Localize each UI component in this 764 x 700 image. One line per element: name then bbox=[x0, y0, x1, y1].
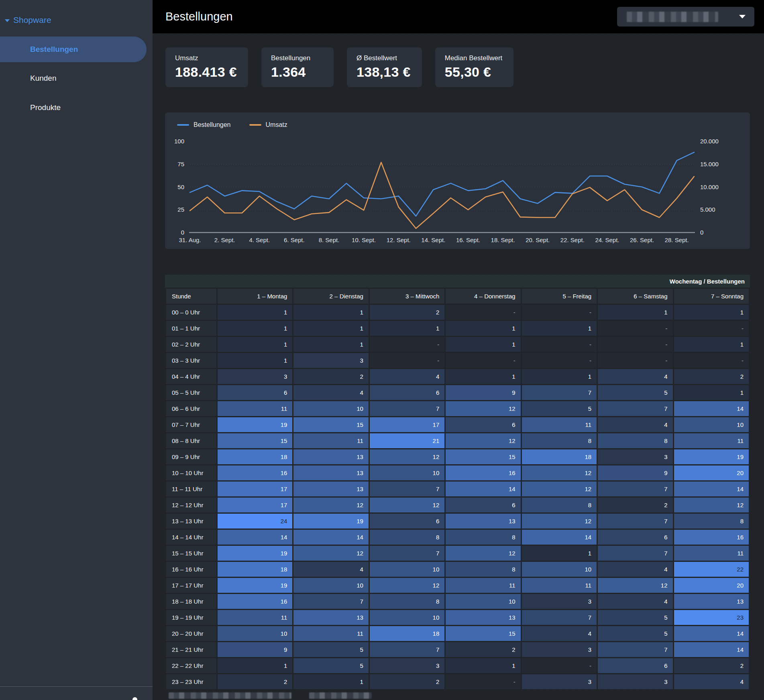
heatmap-cell: 11 bbox=[293, 626, 368, 641]
heatmap-cell: 10 bbox=[218, 626, 292, 641]
heatmap-cell: 5 bbox=[293, 658, 368, 673]
heatmap-row: 21 – 21 Uhr95723714 bbox=[166, 642, 749, 657]
left-axis-tick: 0 bbox=[181, 229, 184, 236]
heatmap-cell: 4 bbox=[598, 417, 672, 432]
date-range-select[interactable] bbox=[617, 7, 754, 27]
heatmap-cell: 1 bbox=[293, 337, 368, 352]
heatmap-cell: 17 bbox=[218, 498, 292, 512]
heatmap-cell: 11 bbox=[674, 433, 749, 448]
heatmap-cell: 12 bbox=[598, 578, 672, 593]
heatmap-cell: 2 bbox=[370, 305, 444, 320]
heatmap-cell: 1 bbox=[522, 369, 597, 384]
left-axis-tick: 50 bbox=[177, 184, 184, 190]
heatmap-cell: 1 bbox=[370, 321, 444, 336]
hour-label: 09 – 9 Uhr bbox=[166, 449, 216, 464]
heatmap-cell: - bbox=[522, 353, 597, 368]
series-line-bestellungen bbox=[190, 152, 694, 216]
heatmap-cell: 10 bbox=[370, 610, 444, 625]
heatmap-row: 11 – 11 Uhr171371412714 bbox=[166, 482, 749, 496]
heatmap-cell: 24 bbox=[218, 514, 292, 529]
kpi-row: Umsatz 188.413 € Bestellungen 1.364 Ø Be… bbox=[165, 47, 764, 87]
heatmap-cell: 7 bbox=[598, 546, 672, 561]
heatmap-cell: 5 bbox=[293, 642, 368, 657]
heatmap-row: 01 – 1 Uhr11111-- bbox=[166, 321, 749, 336]
heatmap-cell: 5 bbox=[598, 385, 672, 400]
heatmap-cell: 1 bbox=[446, 369, 520, 384]
heatmap-table: Stunde1 – Montag2 – Dienstag3 – Mittwoch… bbox=[165, 288, 750, 690]
heatmap-cell: 14 bbox=[522, 530, 597, 545]
hour-label: 20 – 20 Uhr bbox=[166, 626, 216, 641]
heatmap-cell: 23 bbox=[674, 610, 749, 625]
heatmap-cell: 3 bbox=[598, 449, 672, 464]
heatmap-cell: 7 bbox=[598, 642, 672, 657]
heatmap-cell: 11 bbox=[522, 417, 597, 432]
heatmap-cell: 8 bbox=[674, 514, 749, 529]
heatmap-cell: - bbox=[674, 353, 749, 368]
brand-label: Shopware bbox=[13, 15, 51, 25]
sidebar-item-bestellungen[interactable]: Bestellungen bbox=[0, 37, 147, 62]
column-header-stunde: Stunde bbox=[166, 289, 216, 304]
legend-item-bestellungen[interactable]: Bestellungen bbox=[177, 121, 231, 129]
x-axis-tick: 20. Sept. bbox=[526, 237, 550, 243]
hour-label: 10 – 10 Uhr bbox=[166, 465, 216, 480]
heatmap-cell: 1 bbox=[218, 321, 292, 336]
heatmap-cell: 12 bbox=[446, 433, 520, 448]
heatmap-cell: 8 bbox=[446, 530, 520, 545]
heatmap-cell: 5 bbox=[598, 626, 672, 641]
sidebar-item-produkte[interactable]: Produkte bbox=[30, 102, 61, 114]
heatmap-cell: 5 bbox=[522, 401, 597, 416]
heatmap-cell: 13 bbox=[293, 449, 368, 464]
sidebar-bottom-icon[interactable] bbox=[132, 697, 137, 700]
heatmap-cell: 4 bbox=[598, 369, 672, 384]
x-axis-tick: 18. Sept. bbox=[491, 237, 515, 243]
heatmap-cell: 4 bbox=[598, 594, 672, 609]
heatmap-cell: 8 bbox=[522, 433, 597, 448]
hour-label: 06 – 6 Uhr bbox=[166, 401, 216, 416]
heatmap-cell: 19 bbox=[218, 546, 292, 561]
heatmap-cell: 6 bbox=[370, 514, 444, 529]
legend-item-umsatz[interactable]: Umsatz bbox=[249, 121, 287, 129]
heatmap-cell: 6 bbox=[370, 385, 444, 400]
heatmap-cell: 13 bbox=[293, 482, 368, 496]
heatmap-cell: 16 bbox=[218, 594, 292, 609]
kpi-value: 138,13 € bbox=[357, 64, 411, 80]
heatmap-cell: 14 bbox=[674, 626, 749, 641]
heatmap-cell: 12 bbox=[370, 498, 444, 512]
heatmap-cell: 8 bbox=[446, 562, 520, 577]
heatmap-cell: 11 bbox=[446, 578, 520, 593]
x-axis-tick: 31. Aug. bbox=[179, 237, 201, 243]
heatmap-cell: 6 bbox=[446, 417, 520, 432]
header-bar: Bestellungen bbox=[153, 0, 764, 33]
heatmap-cell: 15 bbox=[446, 449, 520, 464]
weekday-orders-table: Wochentag / Bestellungen Stunde1 – Monta… bbox=[165, 275, 750, 690]
right-axis-tick: 10.000 bbox=[700, 184, 719, 190]
heatmap-cell: - bbox=[674, 321, 749, 336]
heatmap-row: 18 – 18 Uhr1678103413 bbox=[166, 594, 749, 609]
heatmap-cell: 13 bbox=[293, 465, 368, 480]
heatmap-cell: 18 bbox=[370, 626, 444, 641]
heatmap-cell: 4 bbox=[674, 674, 749, 689]
heatmap-cell: 2 bbox=[218, 674, 292, 689]
sidebar-item-kunden[interactable]: Kunden bbox=[30, 72, 57, 84]
heatmap-cell: 12 bbox=[293, 498, 368, 512]
heatmap-cell: - bbox=[370, 353, 444, 368]
x-axis-tick: 4. Sept. bbox=[249, 237, 270, 243]
heatmap-cell: 12 bbox=[370, 578, 444, 593]
heatmap-cell: 4 bbox=[370, 369, 444, 384]
x-axis-tick: 6. Sept. bbox=[284, 237, 305, 243]
hour-label: 23 – 23 Uhr bbox=[166, 674, 216, 689]
sidebar-item-label: Bestellungen bbox=[30, 45, 78, 54]
heatmap-cell: 10 bbox=[370, 562, 444, 577]
heatmap-row: 16 – 16 Uhr18410810422 bbox=[166, 562, 749, 577]
main-content: Bestellungen Umsatz 188.413 € Bestellung… bbox=[153, 0, 764, 700]
heatmap-cell: 10 bbox=[293, 578, 368, 593]
heatmap-cell: 13 bbox=[446, 610, 520, 625]
x-axis-tick: 10. Sept. bbox=[352, 237, 376, 243]
heatmap-cell: 2 bbox=[446, 642, 520, 657]
heatmap-cell: 14 bbox=[446, 482, 520, 496]
heatmap-cell: 6 bbox=[598, 658, 672, 673]
brand[interactable]: Shopware bbox=[5, 15, 51, 25]
hour-label: 19 – 19 Uhr bbox=[166, 610, 216, 625]
heatmap-cell: 14 bbox=[218, 530, 292, 545]
heatmap-row: 19 – 19 Uhr111310137523 bbox=[166, 610, 749, 625]
